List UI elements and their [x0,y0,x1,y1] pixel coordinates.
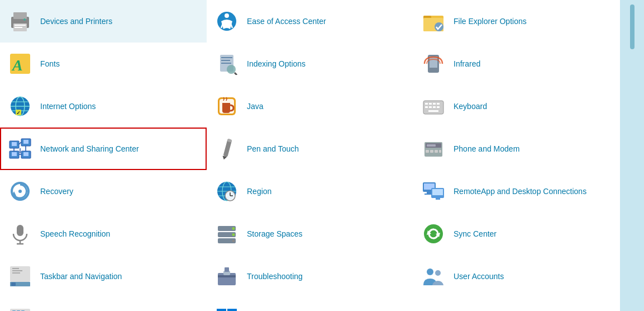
svg-rect-102 [425,106,428,108]
column-2: Ease of Access Center Indexing Options [207,0,413,311]
item-storage-spaces[interactable]: Storage Spaces [207,213,413,255]
svg-rect-59 [221,63,231,64]
item-label-keyboard: Keyboard [454,101,613,111]
svg-rect-101 [437,103,440,105]
svg-rect-20 [23,140,28,144]
svg-rect-4 [15,27,22,28]
svg-line-27 [19,142,21,144]
item-label-region: Region [247,186,407,196]
item-user-accounts[interactable]: User Accounts [413,255,620,298]
svg-rect-83 [218,275,236,277]
recovery-icon [7,178,34,205]
item-label-recovery: Recovery [40,186,200,196]
svg-rect-98 [425,103,428,105]
svg-rect-36 [17,225,23,236]
work-folders-icon [420,305,447,311]
svg-rect-104 [433,106,436,108]
svg-rect-100 [433,103,436,105]
svg-rect-86 [217,309,226,311]
ease-access-icon [213,8,240,35]
svg-rect-23 [12,152,17,156]
windows-to-go-icon [213,305,240,311]
svg-rect-85 [225,267,229,272]
internet-options-icon: ✓ [7,93,34,120]
control-panel-grid: Devices and Printers A Fonts [0,0,644,311]
item-phone-modem[interactable]: Phone and Modem [413,128,620,170]
item-remoteapp[interactable]: RemoteApp and Desktop Connections [413,170,620,213]
infrared-icon [420,50,447,77]
item-label-remoteapp: RemoteApp and Desktop Connections [454,186,613,196]
item-label-pen: Pen and Touch [247,144,407,154]
svg-rect-112 [435,150,438,153]
svg-point-53 [225,13,229,18]
item-infrared[interactable]: Infrared [413,43,620,85]
svg-rect-103 [429,106,432,108]
svg-rect-111 [430,150,433,153]
svg-rect-109 [427,144,436,147]
network-sharing-icon [7,135,34,162]
svg-rect-44 [12,272,20,274]
java-icon [213,93,240,120]
item-file-explorer-options[interactable]: File Explorer Options [413,0,620,43]
item-recovery[interactable]: Recovery [0,170,207,213]
taskbar-icon [7,263,34,290]
item-java[interactable]: Java [207,85,413,128]
item-windows-mobility[interactable]: Windows Mobility Center [0,298,207,311]
svg-text:✓: ✓ [16,110,21,116]
column-3: File Explorer Options Infrared [413,0,620,311]
item-keyboard[interactable]: Keyboard [413,85,620,128]
item-sync-center[interactable]: Sync Center [413,213,620,255]
remoteapp-icon [420,178,447,205]
item-ease-access[interactable]: Ease of Access Center [207,0,413,43]
printer-icon [7,8,34,35]
svg-rect-43 [12,270,22,271]
svg-rect-113 [439,150,441,153]
item-troubleshooting[interactable]: Troubleshooting [207,255,413,298]
item-speech-recognition[interactable]: Speech Recognition [0,213,207,255]
item-taskbar-navigation[interactable]: Taskbar and Navigation [0,255,207,298]
item-region[interactable]: Region [207,170,413,213]
item-label-phone: Phone and Modem [454,144,613,154]
svg-rect-119 [432,189,443,195]
svg-rect-3 [15,25,26,26]
svg-rect-110 [426,150,429,153]
item-label-fonts: Fonts [40,59,200,69]
svg-rect-57 [221,57,232,58]
item-fonts[interactable]: A Fonts [0,43,207,85]
troubleshoot-icon [213,263,240,290]
mobility-icon [7,305,34,311]
file-explorer-icon [420,8,447,35]
item-internet-options[interactable]: ✓ Internet Options [0,85,207,128]
item-work-folders[interactable]: Work Folders [413,298,620,311]
svg-point-125 [435,270,441,276]
speech-icon [7,220,34,247]
svg-rect-42 [12,268,19,269]
svg-point-81 [232,239,235,242]
svg-rect-41 [11,282,16,286]
pen-touch-icon [213,135,240,162]
item-label-speech: Speech Recognition [40,229,200,239]
svg-line-61 [235,73,237,75]
svg-point-79 [232,227,235,230]
item-label-taskbar: Taskbar and Navigation [40,271,200,281]
svg-rect-99 [429,103,432,105]
phone-modem-icon [420,135,447,162]
indexing-icon [213,50,240,77]
item-label-infrared: Infrared [454,59,613,69]
item-label-java: Java [247,101,407,111]
item-label-ease: Ease of Access Center [247,16,407,26]
item-label-storage: Storage Spaces [247,229,407,239]
item-label-sync: Sync Center [454,229,613,239]
item-label-troubleshoot: Troubleshooting [247,271,407,281]
sync-icon [420,220,447,247]
item-network-sharing[interactable]: Network and Sharing Center [0,128,207,170]
svg-rect-116 [427,192,431,194]
item-indexing-options[interactable]: Indexing Options [207,43,413,85]
svg-rect-1 [13,12,27,19]
item-devices-and-printers[interactable]: Devices and Printers [0,0,207,43]
svg-rect-105 [437,106,440,108]
keyboard-icon [420,93,447,120]
item-windows-to-go[interactable]: Windows To Go [207,298,413,311]
scroll-indicator[interactable] [620,0,644,311]
item-pen-touch[interactable]: Pen and Touch [207,128,413,170]
